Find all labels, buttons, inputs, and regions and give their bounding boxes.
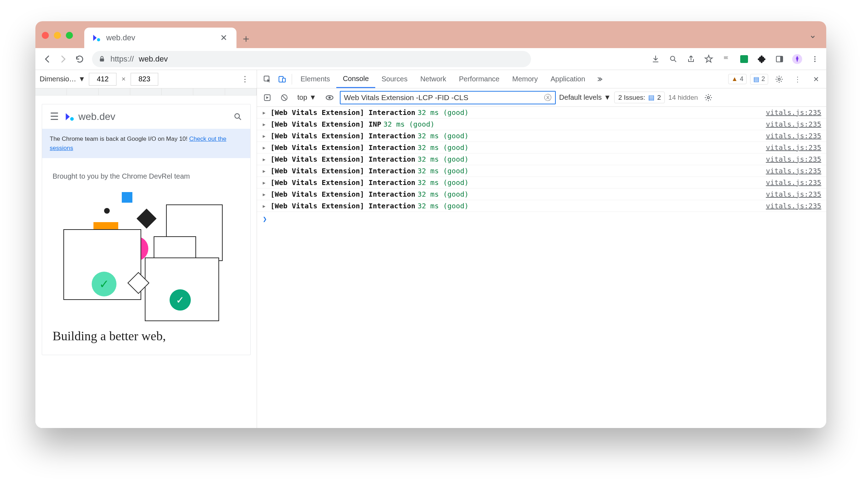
console-row[interactable]: ▸[Web Vitals Extension] Interaction 32 m…	[257, 154, 826, 165]
forward-button[interactable]	[55, 51, 72, 67]
bookmark-icon[interactable]	[701, 51, 716, 67]
expand-icon[interactable]: ▸	[262, 190, 268, 198]
device-menu-button[interactable]: ⋮	[238, 73, 252, 86]
tabs-menu-button[interactable]	[806, 30, 820, 44]
warnings-badge[interactable]: ▲ 4	[728, 74, 747, 84]
devtools-menu-icon[interactable]: ⋮	[790, 72, 805, 87]
expand-icon[interactable]: ▸	[262, 143, 268, 152]
source-link[interactable]: vitals.js:235	[766, 108, 821, 117]
live-expression-icon[interactable]	[323, 91, 336, 104]
message-icon: ▤	[648, 93, 655, 102]
execute-icon[interactable]	[261, 91, 274, 104]
console-prompt[interactable]: ❯	[257, 212, 826, 226]
source-link[interactable]: vitals.js:235	[766, 132, 821, 140]
expand-icon[interactable]: ▸	[262, 202, 268, 210]
hero-illustration: ✓ ✓	[53, 187, 240, 321]
close-window-button[interactable]	[42, 32, 49, 39]
expand-icon[interactable]: ▸	[262, 167, 268, 175]
extension-green-icon[interactable]	[736, 51, 752, 67]
context-selector[interactable]: top ▼	[295, 92, 319, 103]
toggle-device-icon[interactable]	[275, 72, 290, 87]
source-link[interactable]: vitals.js:235	[766, 178, 821, 187]
source-link[interactable]: vitals.js:235	[766, 120, 821, 128]
flag-icon[interactable]	[719, 51, 734, 67]
close-tab-button[interactable]: ✕	[218, 31, 229, 44]
minimize-window-button[interactable]	[54, 32, 61, 39]
page-subtitle: Brought to you by the Chrome DevRel team	[42, 158, 250, 180]
tab-title: web.dev	[106, 33, 213, 42]
devtools-tab-memory[interactable]: Memory	[506, 70, 544, 88]
expand-icon[interactable]: ▸	[262, 120, 268, 128]
width-input[interactable]	[89, 73, 116, 86]
console-row[interactable]: ▸[Web Vitals Extension] Interaction 32 m…	[257, 177, 826, 189]
devtools-tab-application[interactable]: Application	[544, 70, 592, 88]
console-settings-icon[interactable]	[702, 91, 715, 104]
console-filter-input[interactable]: Web Vitals Extension -LCP -FID -CLS ⓧ	[340, 91, 556, 104]
device-toolbar: Dimensio… ▼ × ⋮	[35, 70, 257, 88]
console-row[interactable]: ▸[Web Vitals Extension] Interaction 32 m…	[257, 165, 826, 177]
console-row[interactable]: ▸[Web Vitals Extension] INP 32 ms (good)…	[257, 118, 826, 130]
source-link[interactable]: vitals.js:235	[766, 190, 821, 198]
new-tab-button[interactable]: ＋	[236, 29, 256, 48]
dimensions-dropdown[interactable]: Dimensio… ▼	[40, 75, 85, 83]
search-icon[interactable]	[233, 112, 242, 121]
source-link[interactable]: vitals.js:235	[766, 155, 821, 163]
console-row[interactable]: ▸[Web Vitals Extension] Interaction 32 m…	[257, 142, 826, 154]
log-prefix: [Web Vitals Extension] Interaction	[270, 202, 415, 210]
clear-filter-icon[interactable]: ⓧ	[544, 93, 552, 103]
settings-icon[interactable]	[772, 72, 787, 87]
devtools-tab-performance[interactable]: Performance	[453, 70, 506, 88]
source-link[interactable]: vitals.js:235	[766, 167, 821, 175]
browser-tab[interactable]: web.dev ✕	[84, 28, 236, 48]
console-row[interactable]: ▸[Web Vitals Extension] Interaction 32 m…	[257, 107, 826, 118]
reload-button[interactable]	[72, 51, 88, 67]
download-icon[interactable]	[648, 51, 663, 67]
side-panel-icon[interactable]	[772, 51, 787, 67]
messages-badge[interactable]: ▤ 2	[750, 74, 768, 85]
favicon-icon	[92, 33, 101, 42]
devtools-tab-network[interactable]: Network	[414, 70, 452, 88]
devtools-tab-sources[interactable]: Sources	[375, 70, 414, 88]
devtools-tab-console[interactable]: Console	[336, 70, 375, 88]
chevron-down-icon: ▼	[78, 75, 85, 83]
site-logo[interactable]: web.dev	[64, 111, 115, 122]
svg-point-7	[814, 58, 816, 60]
expand-icon[interactable]: ▸	[262, 178, 268, 187]
console-row[interactable]: ▸[Web Vitals Extension] Interaction 32 m…	[257, 189, 826, 200]
svg-point-8	[814, 60, 816, 62]
log-prefix: [Web Vitals Extension] Interaction	[270, 143, 415, 152]
expand-icon[interactable]: ▸	[262, 155, 268, 163]
profile-avatar[interactable]	[789, 51, 805, 67]
extensions-icon[interactable]	[754, 51, 770, 67]
dimension-separator: ×	[120, 75, 127, 83]
devtools-tab-elements[interactable]: Elements	[294, 70, 336, 88]
log-timing: 32 ms (good)	[417, 202, 469, 210]
issues-indicator[interactable]: 2 Issues: ▤ 2	[614, 92, 665, 103]
close-devtools-icon[interactable]: ✕	[809, 72, 823, 87]
expand-icon[interactable]: ▸	[262, 108, 268, 117]
back-button[interactable]	[39, 51, 55, 67]
hamburger-icon[interactable]: ☰	[50, 111, 59, 122]
log-levels-dropdown[interactable]: Default levels ▼	[559, 93, 611, 102]
share-icon[interactable]	[683, 51, 699, 67]
zoom-icon[interactable]	[666, 51, 681, 67]
address-bar[interactable]: https://web.dev	[92, 51, 531, 67]
svg-point-19	[707, 97, 709, 99]
svg-point-10	[235, 114, 239, 118]
more-tabs-icon[interactable]	[592, 72, 606, 87]
hidden-messages-label[interactable]: 14 hidden	[668, 94, 698, 102]
expand-icon[interactable]: ▸	[262, 132, 268, 140]
source-link[interactable]: vitals.js:235	[766, 202, 821, 210]
clear-console-icon[interactable]	[278, 91, 291, 104]
height-input[interactable]	[131, 73, 158, 86]
site-brand: web.dev	[79, 111, 115, 122]
inspect-element-icon[interactable]	[260, 72, 275, 87]
console-output: ▸[Web Vitals Extension] Interaction 32 m…	[257, 107, 826, 428]
maximize-window-button[interactable]	[66, 32, 73, 39]
svg-point-2	[670, 56, 675, 60]
chrome-menu-button[interactable]	[807, 51, 823, 67]
source-link[interactable]: vitals.js:235	[766, 143, 821, 152]
console-row[interactable]: ▸[Web Vitals Extension] Interaction 32 m…	[257, 130, 826, 142]
context-label: top	[297, 93, 307, 102]
console-row[interactable]: ▸[Web Vitals Extension] Interaction 32 m…	[257, 200, 826, 212]
